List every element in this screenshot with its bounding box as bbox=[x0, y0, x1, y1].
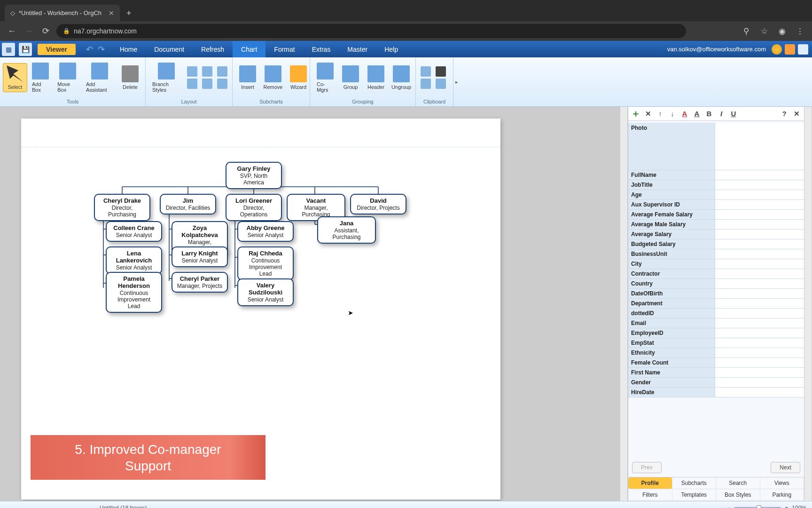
profile-value[interactable] bbox=[715, 318, 804, 328]
profile-row[interactable]: JobTitle bbox=[628, 180, 804, 190]
undo-icon[interactable]: ↶ bbox=[86, 44, 93, 55]
branch-styles-button[interactable]: Branch Styles bbox=[148, 61, 184, 95]
profile-icon[interactable]: ◉ bbox=[775, 26, 789, 36]
org-box[interactable]: Raj ChhedaContinuous Improvement Lead bbox=[237, 246, 294, 280]
profile-value[interactable] bbox=[715, 378, 804, 387]
forward-icon[interactable]: → bbox=[23, 26, 35, 36]
menu-chart[interactable]: Chart bbox=[233, 41, 265, 57]
org-box[interactable]: Colleen CraneSenior Analyst bbox=[106, 221, 162, 242]
profile-value[interactable] bbox=[715, 210, 804, 219]
browser-tab[interactable]: ◇ *Untitled - Workbench - OrgCh ✕ bbox=[5, 5, 120, 21]
remove-subchart-button[interactable]: Remove bbox=[261, 64, 285, 92]
header-icon-b[interactable] bbox=[785, 44, 795, 55]
profile-row[interactable]: Department bbox=[628, 299, 804, 309]
profile-row[interactable]: Female Count bbox=[628, 358, 804, 368]
profile-row[interactable]: HireDate bbox=[628, 388, 804, 397]
profile-value[interactable] bbox=[715, 279, 804, 288]
side-tab-search[interactable]: Search bbox=[716, 477, 760, 489]
side-scrollbar[interactable] bbox=[804, 107, 812, 501]
new-tab-button[interactable]: + bbox=[120, 8, 138, 21]
profile-value[interactable] bbox=[715, 220, 804, 229]
underline-icon[interactable]: U bbox=[729, 109, 738, 119]
prev-button[interactable]: Prev bbox=[632, 462, 662, 473]
move-down-icon[interactable]: ↓ bbox=[668, 109, 677, 119]
menu-help[interactable]: Help bbox=[376, 41, 406, 57]
org-box[interactable]: Larry KnightSenior Analyst bbox=[172, 246, 228, 267]
reload-icon[interactable]: ⟳ bbox=[39, 26, 52, 36]
profile-row[interactable]: Ethnicity bbox=[628, 348, 804, 358]
ungroup-button[interactable]: Ungroup bbox=[389, 64, 414, 92]
org-box[interactable]: Pamela HendersonContinuous Improvement L… bbox=[106, 272, 162, 313]
profile-row[interactable]: EmployeeID bbox=[628, 328, 804, 338]
canvas-scrollbar[interactable] bbox=[620, 107, 628, 501]
profile-value[interactable] bbox=[715, 230, 804, 239]
profile-value[interactable] bbox=[715, 259, 804, 269]
add-field-icon[interactable]: ＋ bbox=[631, 109, 640, 119]
org-box-root[interactable]: Gary Finley SVP, North America bbox=[226, 162, 282, 189]
cut-icon[interactable] bbox=[436, 66, 446, 77]
profile-value[interactable] bbox=[715, 269, 804, 278]
side-tab-box-styles[interactable]: Box Styles bbox=[716, 489, 760, 501]
url-field[interactable]: 🔒 na7.orgchartnow.com bbox=[56, 24, 686, 38]
org-box[interactable]: JanaAssistant, Purchasing bbox=[317, 216, 376, 244]
profile-value[interactable] bbox=[715, 289, 804, 298]
save-icon[interactable]: 💾 bbox=[19, 43, 32, 56]
profile-row[interactable]: Country bbox=[628, 279, 804, 289]
profile-row[interactable]: Average Salary bbox=[628, 230, 804, 239]
profile-row[interactable]: dottedID bbox=[628, 309, 804, 318]
profile-row[interactable]: Age bbox=[628, 190, 804, 200]
profile-row[interactable]: EmpStat bbox=[628, 338, 804, 348]
menu-document[interactable]: Document bbox=[146, 41, 193, 57]
profile-value[interactable] bbox=[715, 190, 804, 199]
side-tab-views[interactable]: Views bbox=[760, 477, 804, 489]
profile-row[interactable]: FullName bbox=[628, 170, 804, 180]
add-assistant-button[interactable]: Add Assistant bbox=[82, 61, 117, 95]
insert-subchart-button[interactable]: Insert bbox=[235, 64, 260, 92]
redo-icon[interactable]: ↷ bbox=[98, 44, 105, 55]
profile-row[interactable]: Average Female Salary bbox=[628, 210, 804, 220]
profile-row[interactable]: Photo bbox=[628, 121, 804, 170]
menu-extras[interactable]: Extras bbox=[304, 41, 339, 57]
bold-icon[interactable]: B bbox=[704, 109, 714, 119]
profile-value[interactable] bbox=[715, 309, 804, 318]
org-box[interactable]: DavidDirector, Projects bbox=[350, 194, 406, 214]
profile-value[interactable] bbox=[715, 358, 804, 367]
layout-opt-5[interactable] bbox=[217, 66, 227, 77]
star-icon[interactable]: ☆ bbox=[757, 26, 771, 36]
profile-value[interactable] bbox=[715, 180, 804, 190]
side-tab-parking[interactable]: Parking bbox=[760, 489, 804, 501]
org-box[interactable]: Lori GreenerDirector, Operations bbox=[226, 194, 282, 221]
header-button[interactable]: Header bbox=[364, 64, 388, 92]
layout-opt-6[interactable] bbox=[217, 79, 227, 89]
profile-row[interactable]: Gender bbox=[628, 378, 804, 388]
key-icon[interactable]: ⚲ bbox=[740, 26, 753, 36]
profile-row[interactable]: Budgeted Salary bbox=[628, 239, 804, 249]
chart-canvas[interactable]: Gary Finley SVP, North America Cheryl Dr… bbox=[0, 107, 620, 501]
profile-row[interactable]: Email bbox=[628, 318, 804, 328]
org-box[interactable]: Valery SudzilouskiSenior Analyst bbox=[237, 278, 294, 306]
next-button[interactable]: Next bbox=[771, 462, 800, 473]
text-color-icon[interactable]: A bbox=[680, 109, 689, 119]
org-box[interactable]: JimDirector, Facilities bbox=[160, 194, 216, 214]
help-icon[interactable]: ? bbox=[780, 109, 789, 119]
paste-icon[interactable] bbox=[421, 79, 431, 89]
profile-value[interactable] bbox=[715, 123, 804, 170]
profile-value[interactable] bbox=[715, 328, 804, 338]
copy-icon[interactable] bbox=[421, 66, 431, 77]
layout-opt-2[interactable] bbox=[187, 79, 197, 89]
move-up-icon[interactable]: ↑ bbox=[656, 109, 665, 119]
group-button[interactable]: Group bbox=[338, 64, 363, 92]
side-tab-profile[interactable]: Profile bbox=[628, 477, 672, 489]
delete-button[interactable]: Delete bbox=[118, 64, 142, 92]
menu-master[interactable]: Master bbox=[339, 41, 376, 57]
app-icon-1[interactable]: ▦ bbox=[2, 43, 15, 56]
profile-value[interactable] bbox=[715, 388, 804, 397]
move-box-button[interactable]: Move Box bbox=[54, 61, 81, 95]
italic-icon[interactable]: I bbox=[717, 109, 726, 119]
profile-row[interactable]: First Name bbox=[628, 368, 804, 378]
header-icon-a[interactable] bbox=[772, 44, 782, 55]
profile-value[interactable] bbox=[715, 239, 804, 249]
ribbon-more-icon[interactable]: ▸ bbox=[453, 79, 460, 85]
profile-value[interactable] bbox=[715, 348, 804, 357]
layout-opt-1[interactable] bbox=[187, 66, 197, 77]
